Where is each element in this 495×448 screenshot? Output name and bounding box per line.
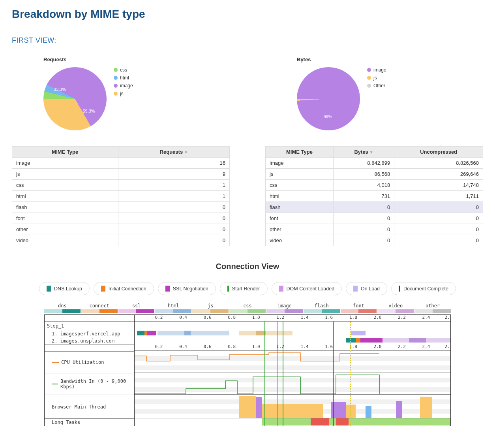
legend-pill: DNS Lookup: [39, 282, 90, 295]
metric-label: Long Tasks: [45, 419, 134, 426]
pie-charts-row: Requests 59.3%33.3% csshtmlimagejs Bytes…: [12, 56, 483, 130]
mime-legend-item: image: [266, 303, 303, 313]
table-row: video0: [12, 235, 230, 246]
mime-legend-item: css: [229, 303, 266, 313]
metric-label: Bandwidth In (0 - 9,000 Kbps): [45, 373, 134, 395]
requests-table: MIME Type Requests▼ image16js9css1html1f…: [12, 146, 230, 246]
metric-label: CPU Utilization: [45, 352, 134, 373]
legend-item[interactable]: html: [114, 75, 133, 81]
page-title: Breakdown by MIME type: [12, 8, 483, 21]
table-row: html1: [12, 191, 230, 202]
requests-pie: 59.3%33.3%: [43, 67, 107, 130]
requests-th-requests[interactable]: Requests▼: [118, 147, 229, 158]
legend-pill: Start Render: [220, 282, 268, 295]
table-row: font00: [266, 213, 483, 224]
table-row: js86,568269,646: [266, 169, 483, 180]
legend-pill: Initial Connection: [94, 282, 154, 295]
mime-legend-item: html: [155, 303, 191, 313]
host-row: 2. images.unsplash.com: [45, 337, 134, 344]
step-label: Step_1: [45, 322, 134, 330]
table-row: video00: [266, 235, 483, 246]
table-row: js9: [12, 169, 230, 180]
bytes-pie: 99%: [297, 67, 360, 130]
table-row: flash0: [12, 202, 230, 213]
tables-row: MIME Type Requests▼ image16js9css1html1f…: [12, 146, 483, 246]
table-row: image8,842,8998,826,560: [266, 158, 483, 169]
legend-item[interactable]: js: [367, 75, 386, 81]
table-row: other00: [266, 224, 483, 235]
table-row: other0: [12, 224, 230, 235]
mime-legend-item: font: [341, 303, 377, 313]
table-row: css1: [12, 180, 230, 191]
requests-pie-col: Requests 59.3%33.3% csshtmlimagejs: [12, 56, 230, 130]
table-row: font0: [12, 213, 230, 224]
connection-legend-pills: DNS LookupInitial ConnectionSSL Negotiat…: [12, 282, 483, 295]
bytes-th-bytes[interactable]: Bytes▼: [334, 147, 394, 158]
legend-item[interactable]: js: [114, 91, 133, 96]
mime-legend-row: dnsconnectsslhtmljscssimageflashfontvide…: [44, 303, 451, 313]
legend-pill: On Load: [346, 282, 387, 295]
table-row: css4,01814,748: [266, 180, 483, 191]
bytes-chart-title: Bytes: [297, 56, 483, 62]
mime-legend-item: ssl: [118, 303, 155, 313]
mime-legend-item: flash: [304, 303, 340, 313]
mime-legend-item: other: [414, 303, 451, 313]
bytes-legend: imagejsOther: [367, 67, 386, 88]
legend-item[interactable]: image: [114, 83, 133, 88]
legend-pill: SSL Negotiation: [158, 282, 216, 295]
waterfall[interactable]: Step_11. imagesperf.vercel.app2. images.…: [44, 314, 451, 426]
requests-chart-title: Requests: [43, 56, 230, 62]
table-row: flash00: [266, 202, 483, 213]
legend-item[interactable]: image: [367, 67, 386, 73]
table-row: image16: [12, 158, 230, 169]
sort-desc-icon: ▼: [184, 150, 188, 154]
mime-legend-item: video: [377, 303, 414, 313]
connection-view-heading: Connection View: [12, 262, 483, 271]
mime-legend-item: js: [192, 303, 229, 313]
legend-pill: Document Complete: [391, 282, 456, 295]
bytes-table: MIME Type Bytes▼ Uncompressed image8,842…: [265, 146, 483, 246]
legend-item[interactable]: css: [114, 67, 133, 73]
sort-desc-icon: ▼: [369, 150, 373, 154]
first-view-heading: FIRST VIEW:: [12, 36, 483, 45]
requests-legend: csshtmlimagejs: [114, 67, 133, 96]
legend-pill: DOM Content Loaded: [272, 282, 342, 295]
table-row: html7311,711: [266, 191, 483, 202]
legend-item[interactable]: Other: [367, 83, 386, 88]
requests-th-mime[interactable]: MIME Type: [12, 147, 118, 158]
mime-legend-item: dns: [44, 303, 81, 313]
mime-legend-item: connect: [81, 303, 118, 313]
bytes-th-mime[interactable]: MIME Type: [266, 147, 334, 158]
metric-label: Browser Main Thread: [45, 395, 134, 419]
bytes-pie-col: Bytes 99% imagejsOther: [265, 56, 483, 130]
host-row: 1. imagesperf.vercel.app: [45, 330, 134, 337]
bytes-th-uncompressed[interactable]: Uncompressed: [394, 147, 483, 158]
